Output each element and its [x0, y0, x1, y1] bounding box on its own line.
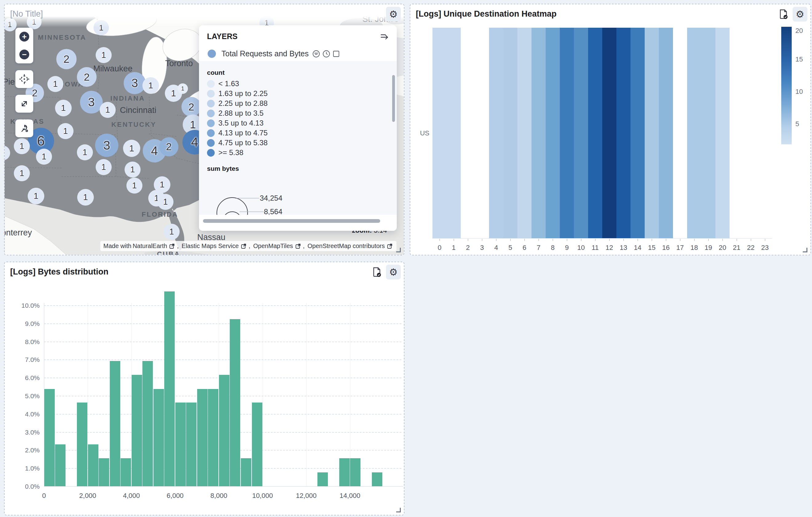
heatmap-cell[interactable] [645, 28, 659, 238]
heatmap-cell[interactable] [687, 28, 701, 238]
heatmap-cell[interactable] [631, 28, 645, 238]
map-cluster-bubble[interactable]: 3 [95, 134, 118, 157]
heatmap-cell[interactable] [758, 28, 772, 238]
heatmap-cell[interactable] [446, 28, 461, 238]
map-cluster-bubble[interactable]: 1 [58, 123, 74, 139]
panel-options-button[interactable]: ⚙ [793, 7, 807, 22]
heatmap-cell[interactable] [531, 28, 546, 238]
panel-options-button[interactable]: ⚙ [386, 7, 401, 22]
histogram-bar[interactable] [55, 444, 65, 486]
histogram-bar[interactable] [208, 389, 219, 486]
histogram-bar[interactable] [88, 444, 98, 486]
count-legend-label: < 1.63 [219, 79, 239, 88]
map-cluster-bubble[interactable]: 2 [77, 67, 96, 87]
histogram-bar[interactable] [317, 472, 328, 486]
map-cluster-bubble[interactable]: 1 [177, 83, 188, 94]
panel-resize-handle[interactable] [396, 248, 401, 252]
map-cluster-bubble[interactable]: 1 [126, 178, 142, 194]
map-cluster-bubble[interactable]: 2 [159, 137, 178, 156]
map-cluster-bubble[interactable]: 1 [77, 144, 93, 160]
attribution-link[interactable]: NaturalEarth [133, 243, 167, 250]
attribution-link[interactable]: OpenStreetMap contributors [308, 243, 385, 250]
histogram-bar[interactable] [110, 361, 120, 486]
map-cluster-bubble[interactable]: 1 [14, 165, 30, 181]
heatmap-cell[interactable] [602, 28, 616, 238]
map-cluster-bubble[interactable]: 1 [4, 145, 10, 160]
map-cluster-bubble[interactable]: 2 [56, 49, 77, 69]
heatmap-cell[interactable] [673, 28, 687, 238]
zoom-out-button[interactable]: − [16, 46, 33, 63]
heatmap-cell[interactable] [744, 28, 758, 238]
panel-resize-handle[interactable] [803, 248, 807, 252]
vertical-scrollbar[interactable] [392, 75, 395, 122]
y-axis-label: 6.0% [9, 374, 40, 382]
fit-to-data-button[interactable] [16, 95, 33, 113]
heatmap-cell[interactable] [489, 28, 503, 238]
panel-options-button[interactable]: ⚙ [386, 265, 401, 279]
map-cluster-bubble[interactable]: 1 [164, 224, 180, 240]
attribution-link[interactable]: OpenMapTiles [253, 243, 293, 250]
map-cluster-bubble[interactable]: 1 [157, 194, 173, 210]
map-cluster-bubble[interactable]: 1 [123, 140, 140, 157]
histogram-bar[interactable] [142, 361, 153, 486]
panel-resize-handle[interactable] [396, 508, 401, 512]
heatmap-x-label: 15 [645, 244, 659, 252]
set-view-button[interactable] [16, 70, 33, 88]
histogram-bar[interactable] [186, 403, 197, 486]
heatmap-cell[interactable] [432, 28, 446, 238]
checkbox-icon[interactable] [332, 50, 340, 58]
histogram-bar[interactable] [350, 458, 360, 486]
heatmap-cell[interactable] [616, 28, 631, 238]
heatmap-cell[interactable] [503, 28, 517, 238]
histogram-bar[interactable] [175, 403, 186, 486]
horizontal-scrollbar[interactable] [203, 219, 380, 223]
map-cluster-bubble[interactable]: 1 [14, 138, 30, 154]
map-cluster-bubble[interactable]: 2 [181, 97, 201, 117]
map-cluster-bubble[interactable]: 1 [47, 76, 63, 92]
heatmap-cell[interactable] [574, 28, 588, 238]
map-cluster-bubble[interactable]: 1 [36, 148, 52, 165]
heatmap-cell[interactable] [546, 28, 560, 238]
heatmap-cell[interactable] [517, 28, 531, 238]
map-cluster-bubble[interactable]: 3 [80, 91, 103, 113]
histogram-bar[interactable] [197, 389, 208, 486]
histogram-bar[interactable] [132, 375, 142, 486]
heatmap-cell[interactable] [461, 28, 475, 238]
map-cluster-bubble[interactable]: 1 [96, 159, 112, 175]
map-cluster-bubble[interactable]: 1 [77, 189, 94, 206]
histogram-bar[interactable] [99, 458, 109, 486]
map-cluster-bubble[interactable]: 1 [100, 102, 116, 118]
map-cluster-bubble[interactable]: 1 [96, 47, 112, 63]
histogram-bar[interactable] [339, 458, 350, 486]
heatmap-cell[interactable] [659, 28, 673, 238]
heatmap-cell[interactable] [701, 28, 716, 238]
histogram-bar[interactable] [219, 375, 229, 486]
histogram-bar[interactable] [77, 403, 87, 486]
histogram-bar[interactable] [252, 403, 262, 486]
map-cluster-bubble[interactable]: 1 [28, 188, 44, 205]
histogram-bar[interactable] [44, 389, 55, 486]
svg-text:34,254: 34,254 [260, 194, 282, 202]
heatmap-cell[interactable] [716, 28, 730, 238]
map-cluster-bubble[interactable]: 1 [124, 162, 141, 178]
histogram-bar[interactable] [121, 458, 131, 486]
histogram-bar[interactable] [164, 292, 175, 486]
layer-row[interactable]: Total Requests and Bytes [199, 46, 397, 63]
histogram-bar[interactable] [372, 472, 382, 486]
save-to-library-button[interactable] [369, 265, 384, 279]
heatmap-cell[interactable] [588, 28, 602, 238]
histogram-bar[interactable] [230, 319, 240, 486]
heatmap-cell[interactable] [475, 28, 489, 238]
attribution-link[interactable]: Elastic Maps Service [182, 243, 239, 250]
histogram-bar[interactable] [241, 458, 251, 486]
collapse-flyout-icon[interactable] [380, 31, 389, 41]
save-to-library-button[interactable] [776, 7, 791, 22]
map-cluster-bubble[interactable]: 1 [142, 77, 159, 94]
heatmap-x-tick [666, 239, 666, 241]
zoom-in-button[interactable]: + [16, 28, 33, 46]
map-tools-button[interactable] [16, 119, 33, 137]
histogram-bar[interactable] [153, 389, 164, 486]
map-cluster-bubble[interactable]: 1 [55, 100, 72, 116]
heatmap-cell[interactable] [560, 28, 574, 238]
heatmap-cell[interactable] [730, 28, 744, 238]
